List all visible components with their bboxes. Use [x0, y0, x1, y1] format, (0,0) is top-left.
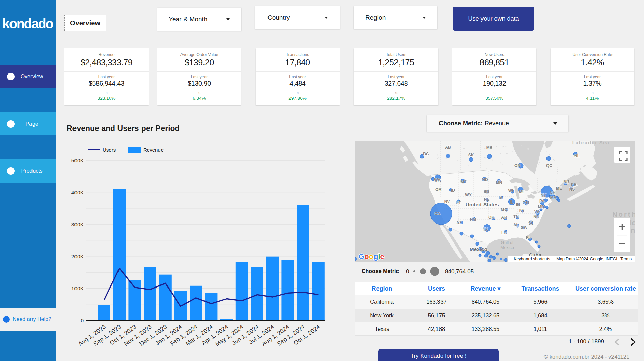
svg-text:WY: WY: [465, 193, 471, 197]
svg-text:NH: NH: [550, 191, 555, 195]
svg-text:NS: NS: [569, 187, 575, 192]
svg-text:n: n: [631, 227, 635, 234]
svg-text:GA: GA: [521, 225, 527, 230]
svg-text:NC: NC: [533, 215, 539, 219]
svg-text:TN: TN: [513, 214, 519, 219]
svg-text:MD: MD: [538, 205, 544, 209]
svg-text:WI: WI: [508, 188, 513, 193]
svg-text:MA: MA: [550, 195, 557, 200]
svg-text:400K: 400K: [71, 190, 84, 195]
svg-text:ND: ND: [482, 177, 488, 182]
svg-text:Revenue: Revenue: [143, 147, 164, 153]
svg-text:Map Data ©2024 Google, INEGI: Map Data ©2024 Google, INEGI: [556, 257, 617, 261]
svg-text:SK: SK: [468, 153, 474, 157]
svg-text:Terms: Terms: [620, 257, 632, 261]
svg-text:ic: ic: [630, 219, 635, 227]
svg-text:SC: SC: [528, 221, 534, 226]
svg-text:100K: 100K: [71, 285, 84, 291]
svg-text:AZ: AZ: [456, 220, 462, 225]
svg-text:AL: AL: [513, 222, 519, 227]
svg-text:WA: WA: [434, 178, 441, 183]
svg-text:LA: LA: [501, 231, 507, 235]
svg-text:PA: PA: [539, 199, 545, 204]
svg-text:ID: ID: [451, 188, 455, 193]
svg-text:0: 0: [81, 318, 84, 323]
svg-text:NL: NL: [574, 154, 580, 158]
svg-text:500K: 500K: [71, 157, 84, 163]
svg-text:FL: FL: [526, 235, 531, 240]
svg-text:VA: VA: [534, 210, 540, 214]
svg-text:Mexico: Mexico: [470, 246, 488, 252]
svg-text:Gulf of: Gulf of: [501, 240, 514, 245]
svg-text:Labrador Sea: Labrador Sea: [572, 141, 610, 145]
svg-text:AR: AR: [501, 215, 507, 220]
svg-text:OK: OK: [488, 215, 494, 220]
svg-text:United States: United States: [465, 201, 499, 207]
svg-text:SD: SD: [484, 189, 489, 194]
svg-text:200K: 200K: [71, 254, 84, 259]
svg-text:ME: ME: [556, 186, 562, 191]
svg-text:Keyboard shortcuts: Keyboard shortcuts: [514, 257, 550, 261]
svg-text:North: North: [612, 211, 635, 218]
svg-text:MT: MT: [460, 179, 467, 184]
svg-text:UT: UT: [456, 200, 461, 205]
svg-text:Google: Google: [359, 252, 384, 261]
svg-text:IL: IL: [510, 200, 514, 205]
svg-text:OH: OH: [523, 200, 529, 205]
svg-text:IA: IA: [499, 196, 503, 200]
svg-text:PE: PE: [571, 182, 576, 187]
svg-text:MO: MO: [501, 207, 507, 212]
svg-text:BC: BC: [423, 152, 429, 156]
svg-text:MI: MI: [519, 190, 523, 194]
svg-text:IN: IN: [516, 203, 520, 207]
svg-text:Mexico: Mexico: [500, 245, 514, 250]
svg-text:NY: NY: [541, 193, 546, 198]
svg-text:Users: Users: [103, 147, 116, 153]
svg-text:AB: AB: [445, 145, 451, 150]
svg-text:MB: MB: [486, 145, 493, 150]
svg-text:NV: NV: [444, 199, 450, 204]
svg-text:OR: OR: [435, 187, 442, 192]
svg-text:TX: TX: [482, 227, 488, 232]
svg-text:NM: NM: [470, 217, 476, 222]
svg-text:ON: ON: [514, 163, 520, 168]
svg-text:CA: CA: [434, 211, 441, 216]
svg-text:KY: KY: [519, 208, 525, 213]
svg-text:NB: NB: [563, 179, 570, 184]
svg-text:QC: QC: [546, 163, 552, 168]
svg-text:MN: MN: [496, 180, 502, 185]
svg-text:300K: 300K: [71, 221, 84, 227]
